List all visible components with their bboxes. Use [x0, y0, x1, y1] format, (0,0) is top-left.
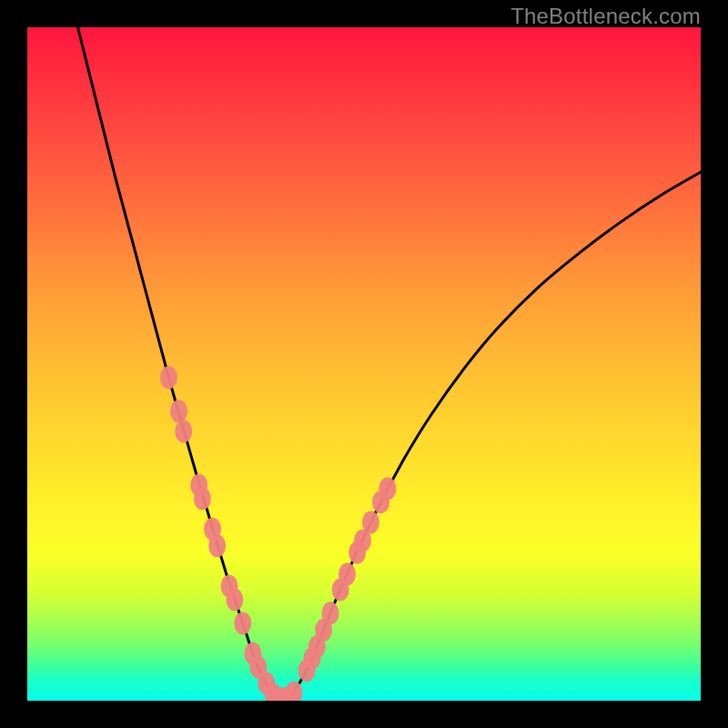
chart-frame: TheBottleneck.com: [0, 0, 728, 728]
chart-svg: [27, 27, 701, 701]
data-point: [194, 488, 211, 511]
data-point: [339, 562, 356, 585]
bottleneck-curve: [78, 27, 702, 700]
plot-area: [27, 27, 701, 701]
data-point: [160, 366, 177, 389]
data-point: [175, 420, 192, 443]
data-point: [226, 589, 243, 612]
data-point: [379, 477, 396, 500]
data-point: [170, 399, 187, 422]
data-point: [362, 511, 379, 533]
watermark-label: TheBottleneck.com: [511, 4, 701, 29]
data-point: [234, 612, 251, 634]
data-markers: [160, 366, 397, 701]
data-point: [322, 602, 339, 624]
data-point: [208, 534, 226, 557]
